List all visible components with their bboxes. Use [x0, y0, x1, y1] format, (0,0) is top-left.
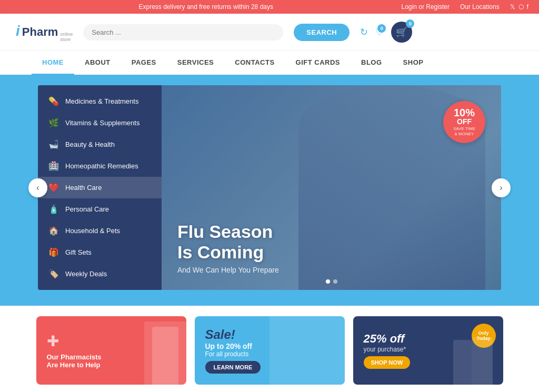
refresh-icon[interactable]: ↻ — [360, 26, 368, 38]
personal-care-icon: 🧴 — [48, 204, 59, 214]
sidebar-item-gift-sets[interactable]: 🎁 Gift Sets — [38, 242, 162, 263]
nav-home[interactable]: HOME — [32, 51, 74, 75]
nav-about[interactable]: ABOUT — [74, 51, 121, 75]
nav-gift-cards[interactable]: GIFT CARDS — [285, 51, 351, 75]
logo[interactable]: i Pharm online store — [16, 23, 73, 42]
login-link[interactable]: Login or Register — [402, 3, 450, 11]
slider-arrow-right[interactable]: › — [492, 178, 511, 197]
top-bar-message: Express delivery and free returns within… — [11, 3, 402, 11]
promo-sale-desc: For all products — [205, 350, 261, 358]
nav-blog[interactable]: BLOG — [351, 51, 393, 75]
wishlist-icon[interactable]: ♡ 0 — [375, 26, 384, 38]
promo-card-pharmacist: ✚ Our Pharmacists Are Here to Help — [36, 316, 186, 385]
nav-shop[interactable]: SHOP — [393, 51, 434, 75]
slider-arrow-left[interactable]: ‹ — [28, 178, 47, 197]
hero-section: 💊 Medicines & Treatments 🌿 Vitamins & Su… — [0, 75, 539, 306]
facebook-icon[interactable]: f — [527, 3, 528, 11]
sidebar-item-personal-care[interactable]: 🧴 Personal Care — [38, 198, 162, 220]
sidebar-item-medicines[interactable]: 💊 Medicines & Treatments — [38, 91, 162, 112]
sidebar-item-household[interactable]: 🏠 Household & Pets — [38, 220, 162, 242]
header: i Pharm online store SEARCH ↻ ♡ 0 🛒 0 — [0, 14, 539, 51]
health-care-icon: ❤️ — [48, 183, 59, 193]
weekly-deals-icon: 🏷️ — [48, 269, 59, 279]
promo-card-discount: 25% off your purchase* SHOP NOW Only Tod… — [353, 316, 503, 385]
search-button[interactable]: SEARCH — [294, 24, 350, 41]
promo-sale-text: Sale! Up to 20% off For all products LEA… — [205, 327, 261, 374]
medicines-icon: 💊 — [48, 96, 59, 106]
promo-sale-label: Sale! — [205, 327, 261, 342]
locations-link[interactable]: Our Locations — [460, 3, 500, 11]
search-bar — [83, 24, 283, 41]
vitamins-icon: 🌿 — [48, 118, 59, 128]
hero-title: Flu Season Is Coming — [177, 222, 279, 263]
cart-badge: 0 — [406, 19, 414, 28]
top-bar: Express delivery and free returns within… — [0, 0, 539, 14]
slider-dots — [326, 279, 337, 284]
sidebar-item-vitamins[interactable]: 🌿 Vitamins & Supplements — [38, 112, 162, 134]
gift-sets-icon: 🎁 — [48, 247, 59, 257]
main-nav: HOME ABOUT PAGES SERVICES CONTACTS GIFT … — [0, 51, 539, 75]
social-icons: 𝕏 ⬡ f — [510, 3, 528, 11]
homeopathic-icon: 🏥 — [48, 161, 59, 171]
promo-purchase-label: your purchase* — [364, 346, 411, 353]
logo-sub: online store — [60, 32, 73, 42]
discount-badge: 10% OFF SAVE TIME & MONEY — [443, 101, 485, 143]
promo-sale-percent: Up to 20% off — [205, 342, 261, 350]
promo-section: ✚ Our Pharmacists Are Here to Help Sale!… — [0, 306, 539, 392]
logo-i: i — [16, 23, 20, 39]
promo-card-sale: Sale! Up to 20% off For all products LEA… — [195, 316, 345, 385]
sidebar: 💊 Medicines & Treatments 🌿 Vitamins & Su… — [38, 85, 162, 290]
hero-content: Flu Season Is Coming And We Can Help You… — [162, 222, 295, 290]
slider-dot-1[interactable] — [326, 279, 330, 284]
wishlist-badge: 0 — [377, 24, 386, 33]
cart-button[interactable]: 🛒 0 — [391, 22, 412, 43]
slider-dot-2[interactable] — [333, 279, 337, 284]
header-icons: ↻ ♡ 0 🛒 0 — [360, 22, 412, 43]
pharmacist-cross-icon: ✚ — [47, 333, 102, 350]
sidebar-item-weekly-deals[interactable]: 🏷️ Weekly Deals — [38, 263, 162, 285]
shop-now-button[interactable]: SHOP NOW — [364, 356, 411, 369]
sidebar-item-homeopathic[interactable]: 🏥 Homeopathic Remedies — [38, 155, 162, 177]
instagram-icon[interactable]: ⬡ — [518, 3, 524, 11]
hero-image: 10% OFF SAVE TIME & MONEY Flu Season Is … — [162, 85, 501, 290]
learn-more-button[interactable]: LEARN MORE — [205, 361, 261, 374]
hero-subtitle: And We Can Help You Prepare — [177, 266, 279, 274]
hero-inner: 💊 Medicines & Treatments 🌿 Vitamins & Su… — [38, 85, 501, 290]
nav-services[interactable]: SERVICES — [167, 51, 225, 75]
household-icon: 🏠 — [48, 226, 59, 236]
search-input[interactable] — [92, 28, 275, 36]
logo-pharm: Pharm — [22, 25, 58, 39]
beauty-icon: 🛁 — [48, 139, 59, 149]
promo-discount-text: 25% off your purchase* SHOP NOW — [364, 332, 411, 369]
promo-discount-label: 25% off — [364, 332, 411, 346]
sidebar-item-health-care[interactable]: ❤️ Health Care — [38, 177, 162, 198]
twitter-icon[interactable]: 𝕏 — [510, 3, 515, 11]
promo-pharmacist-label: Our Pharmacists Are Here to Help — [47, 353, 102, 369]
nav-contacts[interactable]: CONTACTS — [224, 51, 285, 75]
top-bar-right: Login or Register Our Locations 𝕏 ⬡ f — [402, 3, 528, 11]
promo-pharmacist-text: ✚ Our Pharmacists Are Here to Help — [47, 333, 102, 369]
sidebar-item-beauty[interactable]: 🛁 Beauty & Health — [38, 134, 162, 155]
nav-pages[interactable]: PAGES — [121, 51, 167, 75]
